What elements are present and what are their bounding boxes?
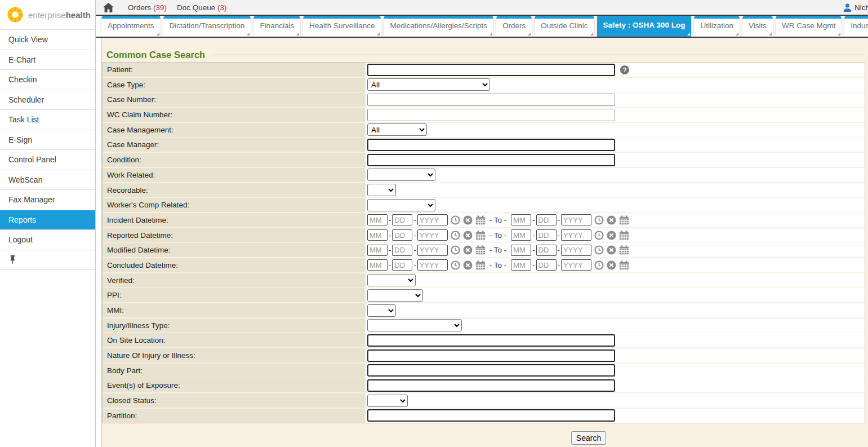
tab-appointments[interactable]: Appointments	[101, 16, 161, 37]
day-input[interactable]	[536, 214, 557, 225]
day-input[interactable]	[392, 214, 412, 225]
dropdown-select[interactable]	[367, 319, 462, 331]
dropdown-select[interactable]: All	[367, 123, 427, 136]
day-input[interactable]	[536, 259, 557, 271]
year-input[interactable]	[561, 229, 591, 241]
text-input[interactable]	[367, 154, 615, 166]
month-input[interactable]	[367, 245, 388, 256]
orders-link[interactable]: Orders (39)	[128, 3, 167, 12]
dropdown-select[interactable]	[367, 184, 396, 196]
sidebar-item-e-sign[interactable]: E-Sign	[0, 130, 95, 151]
dropdown-select[interactable]	[367, 304, 396, 317]
tab-health-surveillance[interactable]: Health Surveillance	[303, 16, 381, 37]
clear-date-icon[interactable]	[607, 245, 616, 255]
calendar-icon[interactable]	[475, 215, 486, 225]
month-input[interactable]	[367, 229, 388, 241]
day-input[interactable]	[392, 245, 412, 256]
year-input[interactable]	[561, 214, 591, 225]
day-input[interactable]	[392, 259, 412, 271]
sidebar-item-reports[interactable]: Reports	[0, 210, 95, 231]
year-input[interactable]	[417, 229, 448, 241]
tab-financials[interactable]: Financials	[253, 16, 300, 37]
clock-icon[interactable]	[594, 215, 604, 225]
text-input[interactable]	[367, 379, 615, 392]
month-input[interactable]	[367, 259, 388, 271]
sidebar-item-task-list[interactable]: Task List	[0, 110, 95, 130]
clear-date-icon[interactable]	[463, 245, 473, 255]
search-button[interactable]: Search	[571, 431, 606, 445]
dropdown-select[interactable]	[367, 169, 435, 181]
text-input[interactable]	[367, 109, 615, 121]
month-input[interactable]	[511, 214, 531, 225]
year-input[interactable]	[417, 245, 448, 256]
tab-top-stripe	[694, 16, 740, 19]
tab-safety-osha-300-log[interactable]: Safety : OSHA 300 Log	[597, 16, 692, 37]
dropdown-select[interactable]: All	[367, 78, 490, 91]
month-input[interactable]	[511, 229, 531, 241]
year-input[interactable]	[561, 259, 591, 271]
calendar-icon[interactable]	[619, 231, 629, 240]
sidebar-item-webscan[interactable]: WebScan	[0, 170, 95, 191]
calendar-icon[interactable]	[619, 260, 629, 270]
clock-icon[interactable]	[594, 231, 604, 240]
tab-medications-allergies-scripts[interactable]: Medications/Allergies/Scripts	[384, 16, 493, 37]
clock-icon[interactable]	[594, 260, 604, 270]
month-input[interactable]	[511, 259, 531, 271]
sidebar-item-fax-manager[interactable]: Fax Manager	[0, 190, 95, 210]
clear-date-icon[interactable]	[463, 215, 473, 225]
sidebar-item-e-chart[interactable]: E-Chart	[0, 50, 95, 70]
month-input[interactable]	[511, 245, 531, 256]
sidebar-item-logout[interactable]: Logout	[0, 230, 95, 250]
clear-date-icon[interactable]	[607, 231, 616, 240]
calendar-icon[interactable]	[619, 245, 629, 255]
text-input[interactable]	[367, 349, 615, 362]
clear-date-icon[interactable]	[607, 260, 616, 270]
text-input[interactable]	[367, 64, 615, 76]
clear-date-icon[interactable]	[607, 215, 616, 225]
calendar-icon[interactable]	[475, 245, 486, 255]
calendar-icon[interactable]	[619, 215, 629, 225]
sidebar-item-control-panel[interactable]: Control Panel	[0, 150, 95, 170]
date-range-to-label: - To -	[489, 261, 507, 269]
clock-icon[interactable]	[451, 245, 460, 255]
year-input[interactable]	[561, 245, 591, 256]
doc-queue-link[interactable]: Doc Queue (3)	[177, 3, 227, 12]
day-input[interactable]	[536, 229, 557, 241]
user-menu[interactable]: Nich	[843, 3, 868, 12]
clear-date-icon[interactable]	[463, 231, 473, 240]
dropdown-select[interactable]	[367, 199, 435, 211]
dropdown-select[interactable]	[367, 395, 408, 407]
clock-icon[interactable]	[451, 215, 460, 225]
year-input[interactable]	[417, 259, 448, 271]
text-input[interactable]	[367, 139, 615, 151]
tab-wr-case-mgmt[interactable]: WR Case Mgmt	[776, 16, 842, 37]
sidebar-pin-row[interactable]	[0, 250, 95, 270]
year-input[interactable]	[417, 214, 448, 225]
clear-date-icon[interactable]	[463, 260, 473, 270]
tab-dictation-transcription[interactable]: Dictation/Transcription	[163, 16, 251, 37]
home-button[interactable]	[103, 3, 114, 12]
sidebar-item-scheduler[interactable]: Scheduler	[0, 90, 95, 110]
calendar-icon[interactable]	[475, 231, 486, 240]
text-input[interactable]	[367, 409, 615, 422]
calendar-icon[interactable]	[475, 260, 486, 270]
text-input[interactable]	[367, 334, 615, 347]
sidebar-item-checkin[interactable]: Checkin	[0, 70, 95, 90]
text-input[interactable]	[367, 94, 615, 106]
clock-icon[interactable]	[451, 260, 460, 270]
clock-icon[interactable]	[451, 231, 460, 240]
help-icon[interactable]: ?	[620, 65, 629, 74]
day-input[interactable]	[392, 229, 412, 241]
month-input[interactable]	[367, 214, 388, 225]
tab-visits[interactable]: Visits	[742, 16, 773, 37]
clock-icon[interactable]	[594, 245, 604, 255]
dropdown-select[interactable]	[367, 289, 423, 302]
dropdown-select[interactable]	[367, 274, 416, 286]
text-input[interactable]	[367, 364, 615, 377]
tab-utilization[interactable]: Utilization	[694, 16, 740, 37]
tab-industrial-hygiene[interactable]: Industrial Hygiene	[844, 16, 868, 37]
day-input[interactable]	[536, 245, 557, 256]
tab-outside-clinic[interactable]: Outside Clinic	[535, 16, 594, 37]
sidebar-item-quick-view[interactable]: Quick View	[0, 30, 95, 50]
tab-orders[interactable]: Orders	[496, 16, 532, 37]
